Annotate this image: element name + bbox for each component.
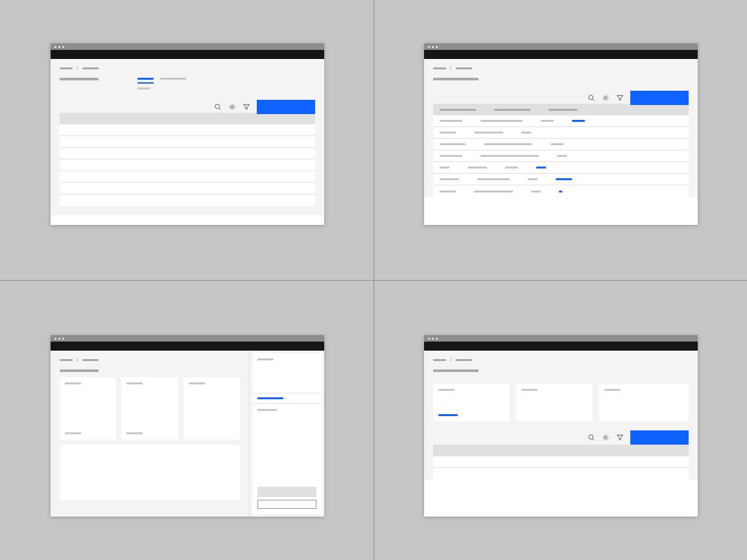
side-link[interactable] (257, 397, 283, 399)
cell (440, 143, 466, 145)
tab[interactable] (160, 78, 186, 84)
table-row (60, 159, 315, 171)
page-title (60, 78, 99, 80)
table-body-empty (60, 124, 315, 206)
breadcrumb-item[interactable] (60, 359, 73, 361)
filter-icon[interactable] (616, 94, 624, 102)
svg-point-6 (589, 435, 593, 439)
summary-card[interactable] (184, 377, 240, 439)
breadcrumb-separator: / (77, 357, 78, 363)
settings-icon[interactable] (602, 94, 610, 102)
summary-card[interactable] (433, 384, 510, 421)
cell (480, 120, 523, 122)
primary-button[interactable] (257, 100, 315, 114)
cell (541, 120, 554, 122)
side-panel (252, 353, 322, 514)
cell (440, 167, 449, 169)
row-link[interactable] (572, 120, 585, 122)
svg-line-4 (593, 99, 595, 101)
menubar (51, 50, 324, 59)
breadcrumb[interactable]: / (433, 357, 689, 363)
cell (440, 178, 459, 180)
breadcrumb-item[interactable] (433, 67, 446, 69)
search-icon[interactable] (587, 434, 595, 441)
cell (528, 178, 538, 180)
breadcrumb-item[interactable] (433, 359, 446, 361)
summary-card[interactable] (121, 377, 178, 439)
breadcrumb[interactable]: / (60, 357, 240, 363)
settings-icon[interactable] (228, 103, 236, 111)
menubar (424, 50, 698, 59)
cell (440, 120, 462, 122)
window-cards-table: / (424, 335, 698, 517)
cell (440, 132, 456, 134)
card-footer (126, 432, 143, 434)
search-icon[interactable] (214, 103, 222, 111)
summary-card[interactable] (599, 384, 689, 421)
table-row (60, 183, 315, 194)
table-row[interactable] (433, 185, 689, 197)
cell (521, 132, 531, 134)
menubar (51, 342, 324, 351)
column-header[interactable] (440, 109, 476, 111)
cell (531, 191, 541, 192)
settings-icon[interactable] (602, 434, 610, 441)
table-header (433, 104, 689, 115)
cell (480, 155, 539, 157)
tabs (137, 78, 193, 84)
card-link[interactable] (438, 414, 458, 416)
tab-active[interactable] (137, 78, 154, 84)
card-label (189, 382, 205, 384)
search-icon[interactable] (587, 94, 595, 102)
filter-icon[interactable] (616, 434, 624, 441)
breadcrumb-separator: / (77, 65, 78, 71)
cell (551, 143, 563, 145)
table-row[interactable] (433, 174, 689, 185)
window-detail-side: / (51, 335, 324, 517)
breadcrumb-separator: / (450, 357, 452, 363)
row-link[interactable] (556, 178, 572, 180)
breadcrumb-item[interactable] (60, 67, 73, 69)
table-body-empty (433, 456, 689, 480)
cell (474, 191, 513, 192)
table-row[interactable] (433, 150, 689, 162)
summary-card[interactable] (60, 377, 116, 439)
row-link[interactable] (536, 167, 546, 169)
breadcrumb[interactable]: / (433, 65, 689, 71)
breadcrumb-item[interactable] (456, 67, 472, 69)
table-row (433, 468, 689, 480)
svg-point-5 (604, 97, 606, 99)
breadcrumb[interactable]: / (60, 65, 315, 71)
row-link[interactable] (559, 191, 562, 192)
svg-point-3 (589, 95, 593, 100)
subtitle (137, 88, 150, 89)
summary-card[interactable] (516, 384, 593, 421)
filter-icon[interactable] (243, 103, 250, 111)
breadcrumb-item[interactable] (82, 67, 99, 69)
primary-button[interactable] (630, 91, 689, 105)
svg-point-0 (215, 104, 220, 109)
side-block (257, 487, 316, 497)
cell (505, 167, 518, 169)
side-input[interactable] (257, 500, 316, 509)
breadcrumb-item[interactable] (456, 359, 472, 361)
table-row[interactable] (433, 127, 689, 139)
table-row[interactable] (433, 115, 689, 127)
side-label (257, 409, 277, 411)
cell (477, 178, 510, 180)
breadcrumb-item[interactable] (82, 359, 99, 361)
table-row[interactable] (433, 139, 689, 150)
window-data-table: / (424, 43, 698, 225)
table-row[interactable] (433, 162, 689, 174)
table-row (60, 124, 315, 136)
titlebar (51, 43, 324, 50)
svg-point-8 (604, 436, 606, 438)
page-title (60, 369, 99, 372)
card-label (521, 389, 538, 391)
primary-button[interactable] (630, 430, 689, 445)
window-empty-table: / (51, 43, 324, 225)
cell (484, 143, 532, 145)
column-header[interactable] (549, 109, 577, 111)
column-header[interactable] (494, 109, 530, 111)
table-row (60, 194, 315, 206)
